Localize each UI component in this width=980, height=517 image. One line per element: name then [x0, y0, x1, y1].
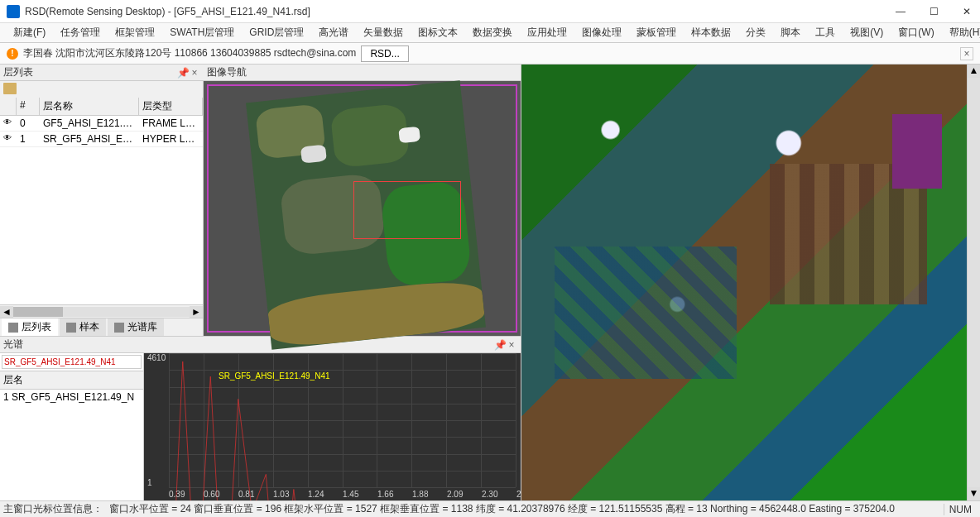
pin-icon[interactable]: 📌 — [177, 67, 189, 79]
rsd-button[interactable]: RSD... — [361, 45, 408, 62]
maximize-button[interactable]: ☐ — [927, 6, 940, 17]
x-tick: 1.45 — [343, 490, 358, 499]
layer-toolbar — [0, 81, 203, 98]
menu-hyper[interactable]: 高光谱 — [314, 24, 353, 41]
menu-window[interactable]: 窗口(W) — [893, 24, 939, 41]
chart-series-label: SR_GF5_AHSI_E121.49_N41 — [219, 371, 330, 381]
spectral-lib-icon — [114, 323, 124, 333]
main-area: 层列表 📌 × 图像导航 # 层名 — [0, 65, 980, 500]
menu-transform[interactable]: 数据变换 — [468, 24, 517, 41]
nav-panel-title: 图像导航 — [207, 65, 517, 79]
main-image-view[interactable] — [521, 65, 967, 500]
menu-new[interactable]: 新建(F) — [8, 24, 50, 41]
x-tick: 2. — [516, 490, 521, 499]
spectrum-list: SR_GF5_AHSI_E121.49_N41 层名 1 SR_GF5_AHSI… — [0, 353, 144, 500]
status-item: 经度 = 121.51155535 — [568, 503, 665, 515]
col-num[interactable]: # — [17, 98, 40, 115]
y-tick: 1 — [147, 478, 152, 487]
menu-sample[interactable]: 样本数据 — [686, 24, 736, 41]
info-bar: ! 李国春 沈阳市沈河区东陵路120号 110866 13604039885 r… — [0, 43, 980, 65]
menu-classify[interactable]: 分类 — [741, 24, 771, 41]
x-tick: 0.60 — [204, 490, 219, 499]
menu-grid[interactable]: GRID层管理 — [244, 24, 309, 41]
menu-view[interactable]: 视图(V) — [845, 24, 888, 41]
status-item: 纬度 = 41.20378976 — [476, 503, 568, 515]
x-tick: 1.88 — [412, 490, 428, 499]
menu-imageproc[interactable]: 图像处理 — [577, 24, 627, 41]
status-item: Northing = 4562448.0 — [710, 503, 809, 515]
status-item: 窗口垂直位置 = 196 — [194, 503, 284, 515]
infobar-close-button[interactable]: × — [960, 47, 973, 60]
v-scrollbar[interactable]: ▲▼ — [967, 65, 980, 500]
x-tick: 2.09 — [447, 490, 463, 499]
x-tick: 0.39 — [169, 490, 185, 499]
app-icon — [7, 5, 20, 18]
x-tick: 1.24 — [308, 490, 324, 499]
status-item: 窗口水平位置 = 24 — [109, 503, 194, 515]
status-label: 主窗口光标位置信息： — [3, 502, 103, 516]
minimize-button[interactable]: ― — [894, 6, 907, 17]
title-bar: RSD(Remote Sensing Desktop) - [GF5_AHSI_… — [0, 0, 980, 23]
status-item: 框架水平位置 = 1527 — [284, 503, 380, 515]
pin-icon[interactable]: 📌 — [494, 339, 506, 351]
visibility-icon[interactable]: 👁 — [0, 116, 17, 131]
table-row[interactable]: 👁 0 GF5_AHSI_E121.49_... FRAME LAY... — [0, 116, 203, 132]
layer-table[interactable]: # 层名称 层类型 👁 0 GF5_AHSI_E121.49_... FRAME… — [0, 98, 203, 304]
x-tick: 2.30 — [482, 490, 497, 499]
status-item: Easting = 375204.0 — [809, 503, 895, 515]
menu-tool[interactable]: 工具 — [810, 24, 840, 41]
nav-view[interactable] — [204, 81, 521, 336]
menu-icontext[interactable]: 图标文本 — [413, 24, 463, 41]
menu-help[interactable]: 帮助(H) — [944, 24, 980, 41]
tab-sample[interactable]: 样本 — [60, 318, 106, 336]
warn-icon: ! — [7, 48, 18, 60]
layer-panel-title: 层列表 — [3, 65, 177, 79]
menu-mask[interactable]: 蒙板管理 — [632, 24, 681, 41]
spectrum-panel-title: 光谱 — [3, 337, 494, 352]
col-vis[interactable] — [0, 98, 17, 115]
tab-layerlist[interactable]: 层列表 — [2, 318, 58, 336]
spectrum-chart[interactable]: SR_GF5_AHSI_E121.49_N41 4610 1 0.390.600… — [144, 353, 521, 500]
layer-tabs: 层列表 样本 光谱库 — [0, 318, 203, 336]
spectrum-list-header: 层名 — [0, 371, 143, 390]
x-tick: 0.81 — [238, 490, 254, 499]
spectrum-list-row[interactable]: 1 SR_GF5_AHSI_E121.49_N — [0, 390, 143, 405]
panel-close-icon[interactable]: × — [506, 339, 517, 351]
status-num: NUM — [944, 504, 977, 515]
menu-vector[interactable]: 矢量数据 — [358, 24, 408, 41]
h-scrollbar[interactable]: ◄► — [0, 304, 203, 318]
x-tick: 1.66 — [377, 490, 393, 499]
table-row[interactable]: 👁 1 SR_GF5_AHSI_E121.4... HYPER LAYER — [0, 132, 203, 147]
close-button[interactable]: ✕ — [960, 6, 973, 17]
info-text: 李国春 沈阳市沈河区东陵路120号 110866 13604039885 rsd… — [23, 46, 356, 60]
menu-swath[interactable]: SWATH层管理 — [165, 24, 239, 41]
tab-spectral-lib[interactable]: 光谱库 — [108, 318, 164, 336]
window-title: RSD(Remote Sensing Desktop) - [GF5_AHSI_… — [25, 6, 894, 17]
spectrum-badge[interactable]: SR_GF5_AHSI_E121.49_N41 — [2, 355, 142, 369]
menu-script[interactable]: 脚本 — [776, 24, 805, 41]
col-type[interactable]: 层类型 — [139, 98, 203, 115]
sample-icon — [66, 323, 76, 333]
col-name[interactable]: 层名称 — [40, 98, 139, 115]
visibility-icon[interactable]: 👁 — [0, 132, 17, 146]
menu-frame[interactable]: 框架管理 — [110, 24, 160, 41]
nav-extent-box[interactable] — [353, 181, 461, 239]
menu-bar: 新建(F) 任务管理 框架管理 SWATH层管理 GRID层管理 高光谱 矢量数… — [0, 23, 980, 43]
status-item: 框架垂直位置 = 1138 — [380, 503, 476, 515]
status-bar: 主窗口光标位置信息： 窗口水平位置 = 24 窗口垂直位置 = 196 框架水平… — [0, 500, 980, 517]
x-tick: 1.03 — [273, 490, 289, 499]
layerlist-icon — [8, 323, 18, 333]
status-item: 高程 = 13 — [665, 503, 710, 515]
y-tick: 4610 — [147, 353, 166, 362]
menu-apply[interactable]: 应用处理 — [522, 24, 572, 41]
panel-close-icon[interactable]: × — [189, 67, 200, 79]
folder-icon[interactable] — [3, 83, 17, 94]
menu-task[interactable]: 任务管理 — [55, 24, 105, 41]
